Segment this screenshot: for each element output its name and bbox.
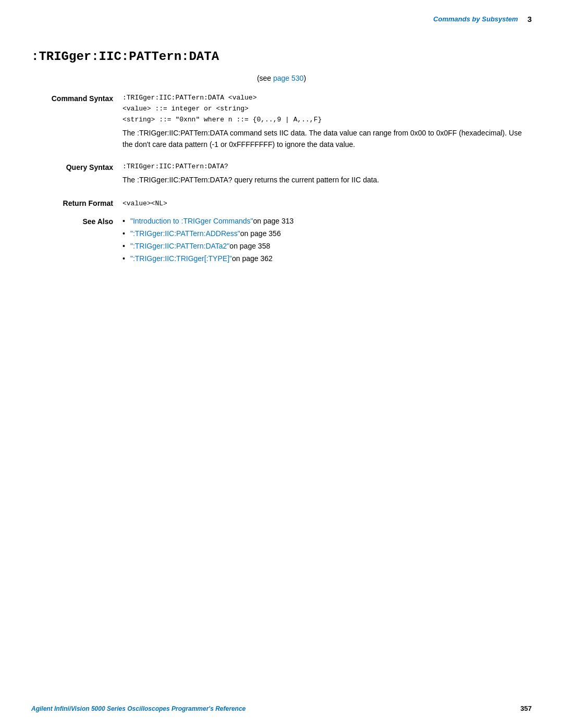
see-also-label: See Also [31, 217, 123, 226]
query-syntax-row: Query Syntax :TRIGger:IIC:PATTern:DATA? … [31, 163, 532, 189]
see-also-content: "Introduction to :TRIGger Commands" on p… [123, 217, 532, 267]
command-syntax-content: :TRIGger:IIC:PATTern:DATA <value> <value… [123, 94, 532, 153]
see-page-ref: (see page 530) [31, 74, 532, 82]
see-also-item-2: ":TRIGger:IIC:PATTern:ADDRess" on page 3… [123, 229, 532, 238]
see-also-list: "Introduction to :TRIGger Commands" on p… [123, 217, 532, 263]
see-also-item-1: "Introduction to :TRIGger Commands" on p… [123, 217, 532, 225]
page-footer: Agilent InfiniiVision 5000 Series Oscill… [0, 705, 563, 712]
header-chapter-label: Commands by Subsystem [433, 15, 518, 23]
see-also-link-4[interactable]: ":TRIGger:IIC:TRIGger[:TYPE]" [130, 254, 232, 263]
see-also-link-2[interactable]: ":TRIGger:IIC:PATTern:ADDRess" [130, 229, 240, 238]
page-container: Commands by Subsystem 3 :TRIGger:IIC:PAT… [0, 0, 563, 728]
see-also-suffix-4: on page 362 [232, 254, 273, 263]
header-page-number: 3 [528, 15, 532, 23]
return-format-content: <value><NL> [123, 199, 532, 207]
see-also-suffix-1: on page 313 [253, 217, 294, 225]
query-syntax-label: Query Syntax [31, 163, 123, 171]
see-also-item-4: ":TRIGger:IIC:TRIGger[:TYPE]" on page 36… [123, 254, 532, 263]
command-syntax-line2: <value> ::= integer or <string> [123, 105, 532, 113]
see-also-suffix-3: on page 358 [229, 242, 270, 250]
page-title: :TRIGger:IIC:PATTern:DATA [31, 50, 532, 64]
see-also-link-3[interactable]: ":TRIGger:IIC:PATTern:DATa2" [130, 242, 229, 250]
main-content: :TRIGger:IIC:PATTern:DATA (see page 530)… [0, 29, 563, 307]
return-format-value: <value><NL> [123, 200, 167, 207]
query-syntax-description: The :TRIGger:IIC:PATTern:DATA? query ret… [123, 175, 532, 186]
see-also-item-3: ":TRIGger:IIC:PATTern:DATa2" on page 358 [123, 242, 532, 250]
page-header: Commands by Subsystem 3 [0, 0, 563, 29]
query-syntax-line: :TRIGger:IIC:PATTern:DATA? [123, 163, 532, 170]
command-syntax-label: Command Syntax [31, 94, 123, 103]
footer-title: Agilent InfiniiVision 5000 Series Oscill… [31, 705, 246, 712]
command-syntax-description: The :TRIGger:IIC:PATTern:DATA command se… [123, 128, 532, 150]
see-also-row: See Also "Introduction to :TRIGger Comma… [31, 217, 532, 267]
see-also-suffix-2: on page 356 [240, 229, 281, 238]
query-syntax-content: :TRIGger:IIC:PATTern:DATA? The :TRIGger:… [123, 163, 532, 189]
footer-page-number: 357 [520, 705, 532, 712]
return-format-label: Return Format [31, 199, 123, 207]
see-page-link[interactable]: page 530 [273, 74, 303, 82]
return-format-row: Return Format <value><NL> [31, 199, 532, 207]
command-syntax-row: Command Syntax :TRIGger:IIC:PATTern:DATA… [31, 94, 532, 153]
see-also-link-1[interactable]: "Introduction to :TRIGger Commands" [130, 217, 253, 225]
command-syntax-line3: <string> ::= "0xnn" where n ::= {0,..,9 … [123, 116, 532, 124]
command-syntax-line1: :TRIGger:IIC:PATTern:DATA <value> [123, 94, 532, 102]
